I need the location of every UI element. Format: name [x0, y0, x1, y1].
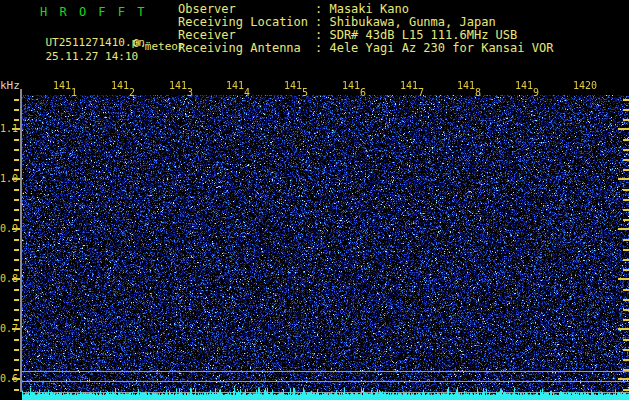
info-value: : 4ele Yagi Az 230 for Kansai VOR [315, 41, 553, 55]
x-tick-label: 1414 [226, 80, 250, 91]
y-minor-tick-left [14, 249, 19, 251]
y-minor-tick-right [623, 239, 629, 241]
y-minor-tick-right [623, 139, 629, 141]
y-minor-tick-left [14, 199, 19, 201]
y-minor-tick-left [14, 369, 19, 371]
y-minor-tick-left [14, 359, 19, 361]
x-tick-label: 1417 [400, 80, 424, 91]
y-minor-tick-right [623, 319, 629, 321]
y-minor-tick-left [14, 119, 19, 121]
x-tick-label: 1412 [111, 80, 135, 91]
info-label: Receiving Antenna [178, 42, 315, 55]
y-minor-tick-left [14, 289, 19, 291]
y-major-tick-left [12, 378, 20, 380]
y-major-tick-right [618, 128, 629, 130]
y-minor-tick-right [623, 309, 629, 311]
y-minor-tick-left [14, 349, 19, 351]
y-minor-tick-right [623, 289, 629, 291]
station-info-row: Receiving Antenna: 4ele Yagi Az 230 for … [178, 42, 553, 55]
y-major-tick-right [618, 378, 629, 380]
y-minor-tick-right [623, 369, 629, 371]
echo-count: 0. [133, 37, 146, 50]
y-minor-tick-left [14, 239, 19, 241]
app-title: H R O F F T [40, 5, 147, 19]
y-minor-tick-right [623, 219, 629, 221]
y-major-tick-right [618, 328, 629, 330]
y-minor-tick-right [623, 99, 629, 101]
y-minor-tick-right [623, 119, 629, 121]
y-minor-tick-right [623, 209, 629, 211]
info-value: : SDR# 43dB L15 111.6MHz USB [315, 28, 517, 42]
y-minor-tick-right [623, 259, 629, 261]
y-minor-tick-left [14, 219, 19, 221]
y-minor-tick-left [14, 99, 19, 101]
x-tick-label: 1420 [573, 80, 597, 91]
x-tick-label: 1413 [169, 80, 193, 91]
y-minor-tick-left [14, 309, 19, 311]
x-tick-label: 1419 [515, 80, 539, 91]
y-minor-tick-right [623, 169, 629, 171]
x-tick-label: 1415 [284, 80, 308, 91]
y-minor-tick-right [623, 199, 629, 201]
info-value: : Shibukawa, Gunma, Japan [315, 15, 496, 29]
spectrogram-canvas [22, 88, 629, 400]
y-minor-tick-right [623, 189, 629, 191]
y-minor-tick-left [14, 189, 19, 191]
y-major-tick-right [618, 228, 629, 230]
y-axis-line [20, 89, 22, 392]
y-minor-tick-left [14, 389, 19, 391]
x-tick-label: 1416 [342, 80, 366, 91]
y-minor-tick-right [623, 389, 629, 391]
y-minor-tick-left [14, 169, 19, 171]
y-major-tick-left [12, 128, 20, 130]
y-minor-tick-right [623, 109, 629, 111]
y-minor-tick-left [14, 259, 19, 261]
y-minor-tick-right [623, 339, 629, 341]
y-minor-tick-right [623, 149, 629, 151]
hrofft-screen: H R O F F T UT2511271410.pnm̈eteor 25.11… [0, 0, 629, 400]
y-minor-tick-right [623, 269, 629, 271]
y-minor-tick-right [623, 159, 629, 161]
y-major-tick-left [12, 328, 20, 330]
y-major-tick-left [12, 228, 20, 230]
y-minor-tick-left [14, 139, 19, 141]
y-major-tick-right [618, 178, 629, 180]
y-minor-tick-right [623, 249, 629, 251]
y-minor-tick-left [14, 299, 19, 301]
y-minor-tick-left [14, 269, 19, 271]
station-info: Observer: Masaki KanoReceiving Location:… [178, 3, 553, 55]
y-minor-tick-left [14, 109, 19, 111]
y-major-tick-left [12, 278, 20, 280]
y-minor-tick-left [14, 159, 19, 161]
y-minor-tick-right [623, 349, 629, 351]
y-major-tick-left [12, 178, 20, 180]
y-minor-tick-right [623, 359, 629, 361]
y-minor-tick-left [14, 149, 19, 151]
y-axis-unit-label: kHz [0, 79, 20, 92]
y-major-tick-right [618, 278, 629, 280]
x-tick-label: 1411 [53, 80, 77, 91]
y-minor-tick-left [14, 209, 19, 211]
y-minor-tick-left [14, 339, 19, 341]
info-value: : Masaki Kano [315, 2, 409, 16]
y-minor-tick-right [623, 299, 629, 301]
y-minor-tick-left [14, 319, 19, 321]
datetime-label: 25.11.27 14:10 [46, 50, 139, 63]
x-tick-label: 1418 [457, 80, 481, 91]
